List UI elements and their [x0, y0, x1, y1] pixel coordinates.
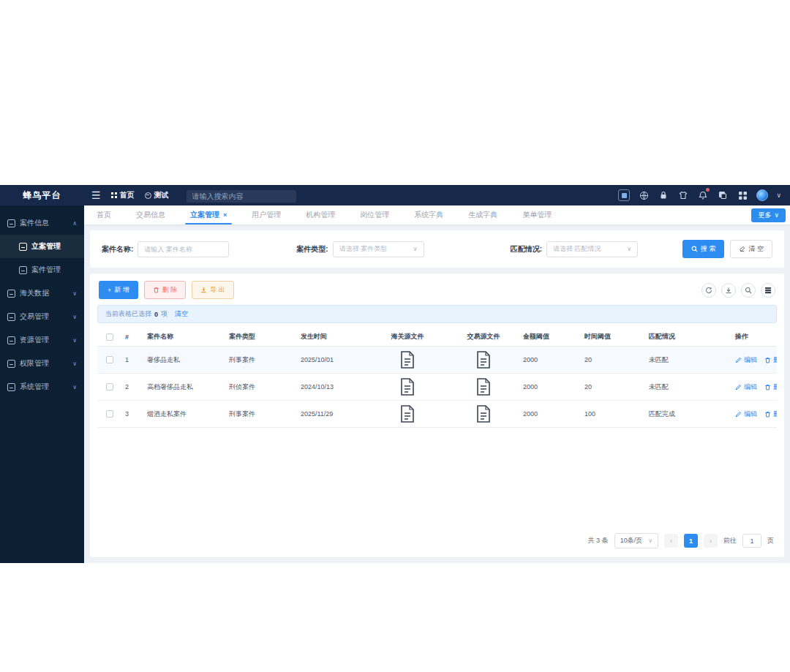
user-menu-chevron-icon[interactable]: ∨: [776, 192, 781, 199]
lock-icon[interactable]: [658, 189, 669, 201]
refresh-icon[interactable]: [701, 283, 716, 298]
theme-icon[interactable]: [677, 189, 689, 201]
sidebar-item-customs-data[interactable]: 海关数据 ∨: [0, 282, 84, 305]
tab-post-management[interactable]: 岗位管理: [347, 205, 402, 224]
goto-page-input[interactable]: [742, 534, 761, 548]
chevron-up-icon: ∧: [72, 220, 77, 227]
prev-page-button[interactable]: ‹: [664, 534, 678, 548]
page-1-button[interactable]: 1: [684, 534, 698, 548]
download-icon[interactable]: [721, 283, 736, 298]
topnav-test[interactable]: − 测试: [145, 190, 169, 200]
tabs-more-button[interactable]: 更多 ∨: [751, 208, 786, 222]
pencil-icon: [735, 357, 742, 363]
sidebar-collapse-icon[interactable]: ☰: [91, 189, 101, 201]
tab-transaction-info[interactable]: 交易信息: [124, 205, 178, 224]
match-status-select[interactable]: 请选择 匹配情况 ∨: [546, 241, 638, 257]
tab-org-management[interactable]: 机构管理: [293, 205, 347, 224]
global-search-input[interactable]: [187, 190, 296, 203]
globe-icon[interactable]: [638, 189, 650, 201]
filter-match-status: 匹配情况: 请选择 匹配情况 ∨: [511, 241, 638, 257]
selection-clear-link[interactable]: 清空: [175, 309, 188, 319]
sidebar-item-case-info[interactable]: 案件信息 ∧: [0, 211, 84, 235]
match-status-label: 匹配情况:: [511, 244, 542, 254]
customs-file-icon[interactable]: [399, 377, 416, 396]
edit-label: 编辑: [744, 409, 757, 419]
chevron-down-icon: ∨: [648, 537, 652, 544]
close-icon[interactable]: ×: [223, 211, 227, 219]
case-type-placeholder: 请选择 案件类型: [339, 244, 388, 254]
cell-match-status: 未匹配: [646, 355, 732, 365]
copy-icon[interactable]: [717, 189, 729, 201]
customs-file-icon[interactable]: [399, 404, 416, 423]
reset-button[interactable]: 清 空: [730, 240, 772, 258]
case-name-input[interactable]: [138, 241, 229, 257]
chevron-down-icon: ∨: [72, 337, 77, 344]
cell-case-name: 烟酒走私案件: [144, 409, 226, 419]
tab-gen-dict[interactable]: 生成字典: [456, 205, 510, 224]
cell-case-name: 奢侈品走私: [144, 355, 226, 365]
case-type-select[interactable]: 请选择 案件类型 ∨: [333, 241, 424, 257]
select-all-checkbox[interactable]: [106, 333, 113, 341]
column-settings-icon[interactable]: [761, 283, 775, 298]
sidebar-item-transaction-management[interactable]: 交易管理 ∨: [0, 305, 84, 328]
main-content: 首页 交易信息 立案管理 × 用户管理 机构管理 岗位管理 系统字典 生成字典 …: [84, 205, 790, 563]
sidebar-item-permission-management[interactable]: 权限管理 ∨: [0, 352, 84, 375]
edit-link[interactable]: 编辑: [735, 409, 757, 419]
sidebar-label: 交易管理: [20, 312, 49, 322]
tab-label: 系统字典: [414, 210, 443, 220]
delete-link[interactable]: 删除: [764, 382, 777, 392]
page-size-select[interactable]: 10条/页 ∨: [614, 533, 658, 548]
edit-link[interactable]: 编辑: [735, 382, 757, 392]
row-checkbox[interactable]: [106, 383, 113, 390]
export-button[interactable]: 导 出: [192, 281, 234, 299]
cell-case-name: 高档奢侈品走私: [144, 382, 226, 392]
sidebar-item-system-management[interactable]: 系统管理 ∨: [0, 375, 84, 399]
selection-prefix: 当前表格已选择: [105, 309, 151, 319]
row-checkbox[interactable]: [106, 410, 113, 418]
trash-icon: [764, 357, 771, 363]
edit-link[interactable]: 编辑: [735, 355, 757, 365]
trade-file-icon[interactable]: [475, 377, 492, 396]
sidebar-item-filing-management[interactable]: 立案管理: [0, 235, 84, 258]
edit-label: 编辑: [744, 382, 757, 392]
user-avatar[interactable]: [756, 189, 768, 201]
tab-user-management[interactable]: 用户管理: [239, 205, 293, 224]
top-quick-nav: 首页 − 测试: [111, 190, 169, 200]
col-actions: 操作: [732, 332, 777, 341]
tab-home[interactable]: 首页: [84, 205, 124, 224]
sidebar-item-resource-management[interactable]: 资源管理 ∨: [0, 328, 84, 352]
tab-system-dict[interactable]: 系统字典: [402, 205, 456, 224]
customs-file-icon[interactable]: [399, 350, 416, 369]
cell-amount: 2000: [520, 410, 582, 418]
trade-file-icon[interactable]: [475, 350, 492, 369]
plus-icon: +: [108, 287, 111, 294]
screenshot-icon[interactable]: [618, 189, 630, 201]
delete-link[interactable]: 删除: [764, 355, 777, 365]
topnav-test-label: 测试: [154, 190, 169, 200]
tab-bar: 首页 交易信息 立案管理 × 用户管理 机构管理 岗位管理 系统字典 生成字典 …: [84, 205, 790, 224]
sidebar-label: 海关数据: [20, 288, 49, 298]
sidebar-item-case-management[interactable]: 案件管理: [0, 258, 84, 282]
add-button[interactable]: + 新 增: [99, 281, 138, 299]
tab-filing-management[interactable]: 立案管理 ×: [178, 205, 239, 224]
tab-menu-management[interactable]: 菜单管理: [510, 205, 564, 224]
delete-link[interactable]: 删除: [764, 409, 777, 419]
table-tools: [701, 283, 775, 298]
delete-button[interactable]: 删 除: [144, 281, 187, 299]
col-case-name: 案件名称: [144, 332, 226, 341]
filter-case-type: 案件类型: 请选择 案件类型 ∨: [296, 241, 424, 257]
trade-file-icon[interactable]: [475, 404, 492, 423]
delete-label: 删除: [773, 409, 777, 419]
zoom-icon[interactable]: [741, 283, 756, 298]
topnav-home[interactable]: 首页: [111, 190, 135, 200]
row-checkbox[interactable]: [106, 356, 113, 363]
bell-icon[interactable]: [697, 189, 709, 201]
fullscreen-grid-icon[interactable]: [737, 189, 748, 201]
col-time: 时间阈值: [582, 332, 646, 341]
next-page-button[interactable]: ›: [704, 534, 718, 548]
table-panel: + 新 增 删 除 导 出: [90, 273, 784, 557]
monitor-icon: [7, 290, 15, 298]
selection-info-bar: 当前表格已选择 0 项 清空: [97, 305, 777, 323]
col-customs-file: 海关源文件: [368, 332, 447, 341]
search-button[interactable]: 搜 索: [682, 240, 725, 258]
